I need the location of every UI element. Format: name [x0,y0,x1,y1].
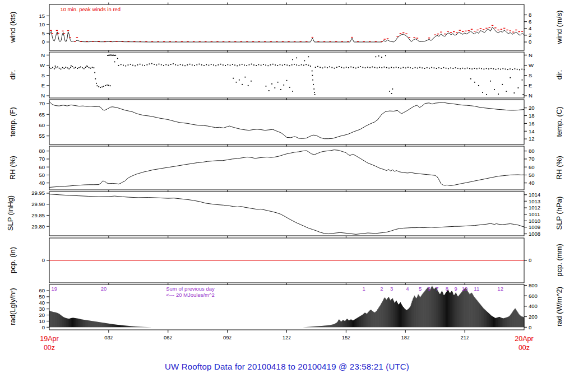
point-wind_direction_deg [460,68,461,69]
point-wind_direction_deg [261,65,262,66]
point-wind_direction_deg [438,67,439,68]
point-wind_direction_deg [490,68,492,69]
point-wind_direction_deg [381,67,382,68]
point-wind_direction_deg [97,85,98,86]
point-wind_direction_deg [68,68,70,69]
point-wind_direction_deg [49,67,50,68]
point-wind_direction_deg [289,87,290,88]
point-wind_direction_deg [515,68,516,69]
point-wind_direction_deg [507,69,508,70]
point-wind_direction_deg [314,92,315,93]
peak-mark [351,37,353,38]
tick-label-rh-left: 40 [39,180,45,186]
annotation-rad: 20 [101,286,107,292]
point-wind_direction_deg [502,68,503,69]
point-wind_direction_deg [173,63,174,64]
peak-mark [282,41,284,41]
series-relative_humidity_pct [49,150,524,188]
point-wind_direction_deg [486,68,487,69]
point-wind_direction_deg [355,68,357,69]
tick-label-pcp-left: 0 [42,257,45,263]
point-wind_direction_deg [85,67,86,68]
series-wind_kts [49,27,524,42]
point-wind_direction_deg [429,68,430,69]
point-wind_direction_deg [77,68,78,69]
point-wind_direction_deg [108,85,109,86]
peak-mark [323,41,325,41]
peak-mark [98,41,100,41]
point-wind_direction_deg [118,65,119,66]
point-wind_direction_deg [483,68,484,69]
tick-label-rad-left: 20 [39,312,45,318]
point-wind_direction_deg [296,57,297,58]
peak-mark [489,27,490,27]
point-wind_direction_deg [61,68,62,69]
point-wind_direction_deg [494,89,495,90]
point-wind_direction_deg [50,68,52,69]
peak-mark [86,41,87,41]
point-wind_direction_deg [457,68,459,69]
point-wind_direction_deg [405,67,406,68]
point-wind_direction_deg [312,71,313,72]
point-wind_direction_deg [72,66,73,67]
annotation-rad: 7 [436,286,438,292]
point-wind_direction_deg [375,56,376,57]
peak-mark [216,41,218,41]
point-wind_direction_deg [217,64,219,66]
peak-mark [122,41,123,41]
chart-title: UW Rooftop Data for 20100418 to 20100419… [0,362,574,371]
point-wind_direction_deg [62,67,63,68]
point-wind_direction_deg [71,66,72,67]
meteogram-figure: 0510150246810 min. peak winds in redNWSE… [0,0,574,392]
tick-label-dir-left: W [40,62,45,68]
point-wind_direction_deg [107,55,108,56]
peak-mark [199,41,201,41]
peak-mark [223,41,224,41]
tick-label-slp-right: 1010 [529,218,540,224]
tick-label-slp-right: 1012 [529,204,540,211]
point-wind_direction_deg [315,67,316,68]
point-wind_direction_deg [365,67,366,68]
point-wind_direction_deg [98,86,99,87]
point-wind_direction_deg [310,66,311,67]
peak-mark [246,41,248,41]
point-wind_direction_deg [113,55,114,56]
peak-mark [317,41,319,41]
tick-label-temp-right: 18 [529,113,535,119]
point-wind_direction_deg [344,67,345,68]
peak-mark [485,28,487,29]
x-axis-start-hour: 00z [44,344,55,352]
point-wind_direction_deg [280,89,281,90]
x-axis-tick-label: 18z [401,334,410,340]
point-wind_direction_deg [490,81,491,82]
point-wind_direction_deg [101,86,103,87]
point-wind_direction_deg [274,87,275,88]
point-wind_direction_deg [80,67,81,68]
point-wind_direction_deg [112,55,113,56]
point-wind_direction_deg [298,65,299,66]
point-wind_direction_deg [57,67,58,68]
annotation-rad: 3 [390,286,393,292]
point-wind_direction_deg [350,67,351,68]
point-wind_direction_deg [427,67,428,68]
tick-label-temp-left: 65 [39,111,45,118]
point-wind_direction_deg [284,64,285,65]
point-wind_direction_deg [408,67,409,68]
point-wind_direction_deg [331,67,332,68]
peak-mark [402,32,404,33]
point-wind_direction_deg [336,67,337,68]
point-wind_direction_deg [154,64,155,65]
point-wind_direction_deg [362,67,363,68]
point-wind_direction_deg [55,67,57,68]
point-wind_direction_deg [488,68,489,69]
tick-label-rad-left: 40 [39,300,45,306]
point-wind_direction_deg [482,92,483,93]
point-wind_direction_deg [230,65,231,66]
tick-label-wind-right: 2 [529,32,531,38]
tick-label-rad-left: 10 [39,318,45,324]
point-wind_direction_deg [353,67,354,68]
point-wind_direction_deg [519,69,520,71]
point-wind_direction_deg [256,65,257,66]
point-wind_direction_deg [55,66,56,67]
point-wind_direction_deg [415,67,416,68]
